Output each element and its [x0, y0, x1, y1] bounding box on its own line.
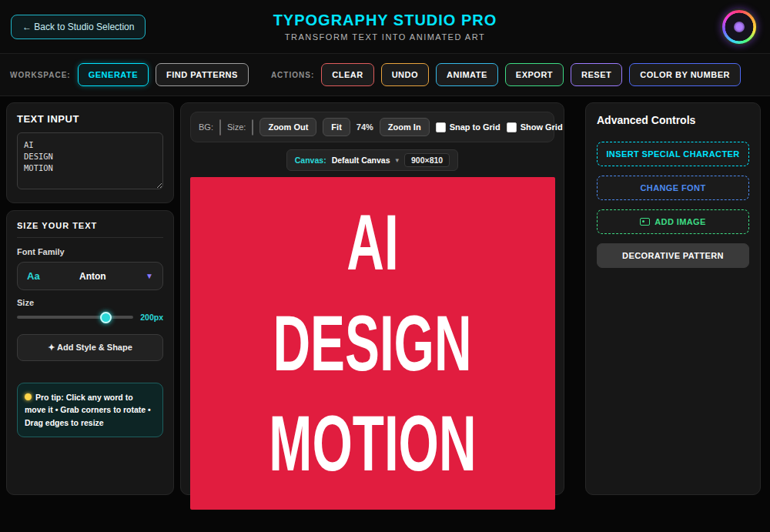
color-by-number-button[interactable]: COLOR BY NUMBER [629, 63, 741, 86]
canvas-label: Canvas: [295, 156, 326, 165]
bg-color-swatch[interactable] [219, 119, 221, 136]
chevron-down-icon: ▾ [396, 156, 400, 164]
pro-tip: Pro tip: Click any word to move it • Gra… [17, 383, 163, 437]
title-block: TYPOGRAPHY STUDIO PRO TRANSFORM TEXT INT… [273, 12, 497, 42]
canvas-word[interactable]: DESIGN [273, 293, 472, 394]
text-input-field[interactable]: AI DESIGN MOTION [17, 132, 163, 189]
font-family-label: Font Family [17, 247, 163, 256]
find-patterns-button[interactable]: FIND PATTERNS [156, 63, 249, 86]
size-slider-row: 200px [17, 313, 163, 322]
design-canvas[interactable]: AI DESIGN MOTION [190, 177, 555, 510]
header: ← Back to Studio Selection TYPOGRAPHY ST… [0, 0, 770, 54]
export-button[interactable]: EXPORT [505, 63, 564, 86]
size-label: Size [17, 298, 163, 307]
text-input-title: TEXT INPUT [17, 113, 163, 125]
advanced-controls-title: Advanced Controls [597, 114, 749, 126]
add-image-label: ADD IMAGE [654, 217, 706, 226]
snap-to-grid-toggle[interactable]: Snap to Grid [436, 122, 500, 132]
bg-label: BG: [199, 122, 213, 132]
page-subtitle: TRANSFORM TEXT INTO ANIMATED ART [273, 32, 497, 42]
add-style-button[interactable]: ✦ Add Style & Shape [17, 334, 163, 361]
canvas-toolbar: BG: Size: Zoom Out Fit 74% Zoom In Snap … [190, 112, 554, 142]
font-family-select[interactable]: Aa Anton ▼ [17, 262, 163, 290]
advanced-buttons: INSERT SPECIAL CHARACTER CHANGE FONT ADD… [597, 142, 749, 268]
snap-to-grid-label: Snap to Grid [450, 122, 500, 132]
font-family-value: Anton [46, 271, 139, 282]
canvas-word[interactable]: MOTION [269, 393, 476, 494]
pro-tip-text: Pro tip: Click any word to move it • Gra… [25, 393, 151, 427]
insert-special-character-button[interactable]: INSERT SPECIAL CHARACTER [597, 142, 749, 166]
advanced-controls-panel: Advanced Controls INSERT SPECIAL CHARACT… [585, 102, 761, 495]
add-style-label: Add Style & Shape [57, 343, 132, 352]
zoom-in-button[interactable]: Zoom In [380, 118, 430, 136]
decorative-pattern-button[interactable]: DECORATIVE PATTERN [597, 243, 749, 268]
size-swatch-label: Size: [227, 122, 246, 132]
chevron-down-icon: ▼ [146, 272, 153, 280]
generate-button[interactable]: GENERATE [78, 63, 149, 86]
font-icon: Aa [27, 270, 40, 282]
size-slider[interactable] [17, 316, 133, 319]
show-grid-toggle[interactable]: Show Grid [507, 122, 563, 132]
main-content: TEXT INPUT AI DESIGN MOTION SIZE YOUR TE… [0, 96, 770, 501]
lightbulb-icon [25, 393, 32, 400]
canvas-dimensions: 900×810 [404, 153, 450, 167]
workspace-label: WORKSPACE: [10, 71, 71, 79]
fit-button[interactable]: Fit [323, 118, 350, 136]
add-image-button[interactable]: ADD IMAGE [597, 209, 749, 234]
size-color-swatch[interactable] [252, 119, 253, 136]
back-button[interactable]: ← Back to Studio Selection [11, 15, 146, 39]
reset-button[interactable]: RESET [571, 63, 622, 86]
page-title: TYPOGRAPHY STUDIO PRO [273, 12, 497, 29]
app-logo [721, 8, 758, 45]
zoom-out-button[interactable]: Zoom Out [259, 118, 316, 136]
clear-button[interactable]: CLEAR [321, 63, 373, 86]
undo-button[interactable]: UNDO [381, 63, 429, 86]
actions-label: ACTIONS: [271, 71, 314, 79]
zoom-level: 74% [357, 122, 373, 132]
size-card: SIZE YOUR TEXT Font Family Aa Anton ▼ Si… [6, 210, 174, 495]
canvas-name: Default Canvas [332, 156, 390, 165]
canvas-panel: BG: Size: Zoom Out Fit 74% Zoom In Snap … [180, 102, 564, 495]
snap-to-grid-checkbox[interactable] [436, 122, 446, 132]
show-grid-label: Show Grid [521, 122, 563, 132]
canvas-word[interactable]: AI [346, 192, 398, 293]
image-icon [640, 218, 650, 226]
main-toolbar: WORKSPACE: GENERATE FIND PATTERNS ACTION… [0, 54, 770, 96]
change-font-button[interactable]: CHANGE FONT [597, 176, 749, 200]
canvas-selector[interactable]: Canvas: Default Canvas ▾ 900×810 [286, 149, 458, 171]
left-sidebar: TEXT INPUT AI DESIGN MOTION SIZE YOUR TE… [6, 102, 174, 495]
animate-button[interactable]: ANIMATE [436, 63, 498, 86]
show-grid-checkbox[interactable] [507, 122, 517, 132]
size-section-title: SIZE YOUR TEXT [17, 221, 163, 238]
text-input-card: TEXT INPUT AI DESIGN MOTION [6, 102, 174, 203]
size-value: 200px [140, 313, 163, 322]
sparkle-icon: ✦ [48, 343, 55, 352]
